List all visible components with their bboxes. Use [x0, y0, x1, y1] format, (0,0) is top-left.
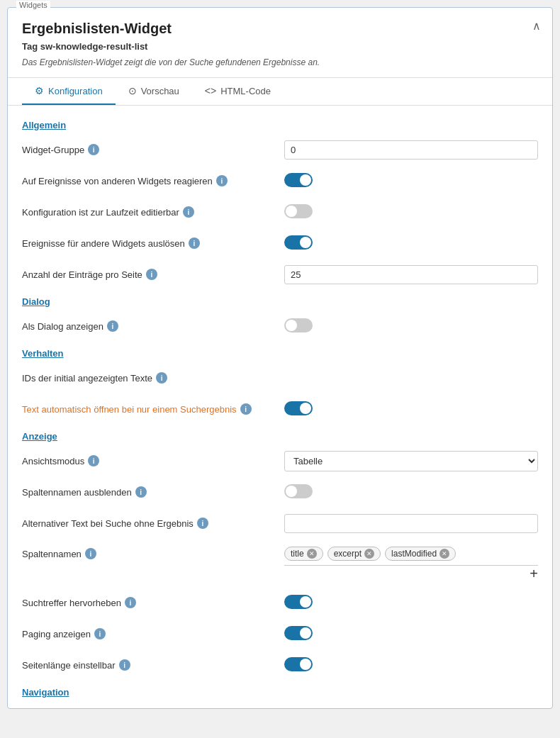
- label-ids-texte: IDs der initial angezeigten Texte i: [22, 372, 284, 384]
- toggle-konfiguration-laufzeit[interactable]: [284, 204, 313, 218]
- tag-excerpt-remove[interactable]: ✕: [364, 549, 374, 559]
- tag-title: title ✕: [284, 547, 323, 561]
- info-eintraege-pro-seite-icon[interactable]: i: [146, 269, 157, 280]
- control-konfiguration-laufzeit: [284, 204, 538, 220]
- tab-html-code[interactable]: <> HTML-Code: [192, 78, 284, 105]
- tab-konfiguration[interactable]: ⚙ Konfiguration: [22, 78, 116, 105]
- control-alternativer-text: [284, 514, 538, 533]
- widget-description: Das Ergebnislisten-Widget zeigt die von …: [22, 57, 538, 67]
- widget-title: Ergebnislisten-Widget: [22, 21, 538, 37]
- row-paging: Paging anzeigen i: [22, 623, 538, 644]
- code-icon: <>: [205, 85, 216, 96]
- toggle-seitenlaenge[interactable]: [284, 657, 313, 671]
- row-konfiguration-laufzeit: Konfiguration ist zur Laufzeit editierba…: [22, 201, 538, 223]
- add-spaltennamen-button[interactable]: +: [284, 566, 538, 582]
- collapse-button[interactable]: ∧: [532, 19, 541, 33]
- info-alternativer-text-icon[interactable]: i: [197, 518, 208, 529]
- row-spaltennamen: Spaltennamen i title ✕ excerpt ✕: [22, 544, 538, 582]
- section-allgemein: Allgemein Widget-Gruppe i Auf Ereignisse…: [22, 120, 538, 285]
- label-ansichtsmodus: Ansichtsmodus i: [22, 455, 284, 466]
- toggle-auf-ereignisse[interactable]: [284, 173, 313, 187]
- section-dialog: Dialog Als Dialog anzeigen i: [22, 296, 538, 337]
- row-spaltennamen-ausblenden: Spaltennamen ausblenden i: [22, 481, 538, 503]
- label-spaltennamen: Spaltennamen i: [22, 544, 284, 559]
- label-ereignisse-ausloesen: Ereignisse für andere Widgets auslösen i: [22, 237, 284, 249]
- widget-container: Widgets ∧ Ergebnislisten-Widget Tag sw-k…: [7, 7, 553, 709]
- label-widget-gruppe: Widget-Gruppe i: [22, 144, 284, 155]
- select-ansichtsmodus[interactable]: Tabelle Liste Kacheln: [284, 451, 538, 471]
- tab-html-code-label: HTML-Code: [220, 86, 271, 96]
- control-seitenlaenge: [284, 657, 538, 673]
- tag-lastmodified-remove[interactable]: ✕: [439, 549, 449, 559]
- control-suchtreffer: [284, 595, 538, 611]
- control-ereignisse-ausloesen: [284, 235, 538, 252]
- info-spaltennamen-icon[interactable]: i: [85, 548, 96, 559]
- row-ereignisse-ausloesen: Ereignisse für andere Widgets auslösen i: [22, 233, 538, 254]
- control-auf-ereignisse: [284, 173, 538, 189]
- tag-title-remove[interactable]: ✕: [307, 549, 317, 559]
- toggle-spaltennamen-ausblenden[interactable]: [284, 484, 313, 498]
- widget-header: ∧ Ergebnislisten-Widget Tag sw-knowledge…: [8, 8, 552, 78]
- row-als-dialog: Als Dialog anzeigen i: [22, 315, 538, 337]
- row-eintraege-pro-seite: Anzahl der Einträge pro Seite i: [22, 264, 538, 285]
- row-navigation-erlauben: Navigation erlauben i: [22, 706, 538, 708]
- info-ereignisse-ausloesen-icon[interactable]: i: [189, 237, 200, 249]
- info-suchtreffer-icon[interactable]: i: [125, 597, 136, 608]
- info-widget-gruppe-icon[interactable]: i: [88, 144, 99, 155]
- section-navigation-title: Navigation: [22, 687, 538, 698]
- info-paging-icon[interactable]: i: [94, 628, 106, 639]
- tab-vorschau-label: Vorschau: [141, 86, 179, 96]
- toggle-ereignisse-ausloesen[interactable]: [284, 235, 313, 250]
- tag-excerpt-label: excerpt: [334, 549, 362, 559]
- label-alternativer-text: Alternativer Text bei Suche ohne Ergebni…: [22, 518, 284, 529]
- gear-icon: ⚙: [35, 85, 44, 96]
- info-seitenlaenge-icon[interactable]: i: [119, 659, 130, 671]
- input-eintraege-pro-seite[interactable]: [284, 265, 538, 284]
- info-spaltennamen-ausblenden-icon[interactable]: i: [135, 486, 147, 498]
- widget-tag: Tag sw-knowledge-result-list: [22, 41, 538, 52]
- label-konfiguration-laufzeit: Konfiguration ist zur Laufzeit editierba…: [22, 206, 284, 218]
- control-als-dialog: [284, 318, 538, 335]
- toggle-text-automatisch[interactable]: [284, 401, 313, 415]
- label-suchtreffer: Suchtreffer hervorheben i: [22, 597, 284, 608]
- info-konfiguration-laufzeit-icon[interactable]: i: [183, 206, 194, 218]
- tags-container: title ✕ excerpt ✕ lastModified ✕: [284, 547, 538, 566]
- section-verhalten-title: Verhalten: [22, 348, 538, 359]
- label-spaltennamen-ausblenden: Spaltennamen ausblenden i: [22, 486, 284, 498]
- info-ids-texte-icon[interactable]: i: [156, 372, 167, 384]
- row-auf-ereignisse: Auf Ereignisse von anderen Widgets reagi…: [22, 170, 538, 191]
- control-spaltennamen-ausblenden: [284, 484, 538, 501]
- info-ansichtsmodus-icon[interactable]: i: [88, 455, 99, 466]
- row-ansichtsmodus: Ansichtsmodus i Tabelle Liste Kacheln: [22, 450, 538, 471]
- input-alternativer-text[interactable]: [284, 514, 538, 533]
- section-allgemein-title: Allgemein: [22, 120, 538, 130]
- control-eintraege-pro-seite: [284, 265, 538, 284]
- row-ids-texte: IDs der initial angezeigten Texte i: [22, 367, 538, 388]
- input-widget-gruppe[interactable]: [284, 140, 538, 160]
- tab-konfiguration-label: Konfiguration: [48, 86, 103, 96]
- info-auf-ereignisse-icon[interactable]: i: [216, 175, 228, 186]
- label-auf-ereignisse: Auf Ereignisse von anderen Widgets reagi…: [22, 175, 284, 186]
- section-dialog-title: Dialog: [22, 296, 538, 307]
- tab-vorschau[interactable]: ⊙ Vorschau: [116, 78, 192, 105]
- label-text-automatisch: Text automatisch öffnen bei nur einem Su…: [22, 403, 284, 415]
- tag-title-label: title: [291, 549, 304, 559]
- row-widget-gruppe: Widget-Gruppe i: [22, 139, 538, 160]
- control-text-automatisch: [284, 401, 538, 418]
- section-anzeige-title: Anzeige: [22, 431, 538, 442]
- toggle-als-dialog[interactable]: [284, 318, 313, 332]
- section-anzeige: Anzeige Ansichtsmodus i Tabelle Liste Ka…: [22, 431, 538, 676]
- control-paging: [284, 626, 538, 642]
- tag-excerpt: excerpt ✕: [327, 547, 381, 561]
- toggle-paging[interactable]: [284, 626, 313, 640]
- row-text-automatisch: Text automatisch öffnen bei nur einem Su…: [22, 398, 538, 420]
- row-suchtreffer: Suchtreffer hervorheben i: [22, 592, 538, 613]
- info-text-automatisch-icon[interactable]: i: [240, 403, 252, 415]
- toggle-suchtreffer[interactable]: [284, 595, 313, 609]
- outer-label: Widgets: [16, 1, 50, 9]
- info-als-dialog-icon[interactable]: i: [107, 320, 118, 332]
- control-spaltennamen: title ✕ excerpt ✕ lastModified ✕ +: [284, 544, 538, 582]
- tabs-bar: ⚙ Konfiguration ⊙ Vorschau <> HTML-Code: [8, 78, 552, 106]
- section-verhalten: Verhalten IDs der initial angezeigten Te…: [22, 348, 538, 420]
- section-navigation: Navigation Navigation erlauben i: [22, 687, 538, 708]
